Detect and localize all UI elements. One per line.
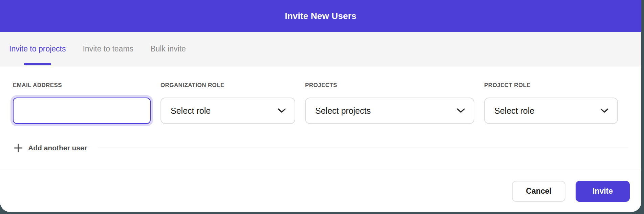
project-role-value: Select role	[494, 106, 534, 116]
organization-role-select[interactable]: Select role	[160, 98, 295, 124]
plus-icon	[14, 143, 23, 153]
tab-invite-to-projects[interactable]: Invite to projects	[9, 32, 66, 66]
email-address-label: EMAIL ADDRESS	[13, 82, 151, 89]
cancel-button[interactable]: Cancel	[512, 181, 565, 202]
invite-form: EMAIL ADDRESS ORGANIZATION ROLE Select r…	[0, 66, 641, 170]
tab-bar: Invite to projects Invite to teams Bulk …	[0, 32, 641, 66]
project-role-label: PROJECT ROLE	[484, 82, 618, 89]
tab-label: Bulk invite	[150, 44, 186, 53]
add-row-divider	[98, 148, 628, 148]
chevron-down-icon	[600, 108, 608, 113]
field-group-organization-role: ORGANIZATION ROLE Select role	[160, 82, 295, 124]
invite-new-users-modal: Invite New Users Invite to projects Invi…	[0, 0, 641, 212]
invite-button[interactable]: Invite	[576, 181, 630, 202]
modal-title: Invite New Users	[285, 11, 356, 21]
email-address-input[interactable]	[13, 98, 151, 124]
projects-label: PROJECTS	[305, 82, 474, 89]
tab-label: Invite to teams	[83, 44, 133, 53]
modal-header: Invite New Users	[0, 0, 641, 32]
tab-invite-to-teams[interactable]: Invite to teams	[83, 32, 133, 66]
fields-row: EMAIL ADDRESS ORGANIZATION ROLE Select r…	[13, 82, 641, 124]
add-another-user-label: Add another user	[28, 144, 87, 152]
field-group-projects: PROJECTS Select projects	[305, 82, 474, 124]
projects-value: Select projects	[315, 106, 371, 116]
projects-select[interactable]: Select projects	[305, 98, 474, 124]
active-tab-indicator	[24, 63, 51, 65]
field-group-email: EMAIL ADDRESS	[13, 82, 151, 124]
organization-role-value: Select role	[171, 106, 211, 116]
add-another-user-button[interactable]: Add another user	[14, 143, 87, 153]
chevron-down-icon	[278, 108, 286, 113]
modal-footer: Cancel Invite	[0, 170, 641, 212]
add-another-user-row: Add another user	[13, 143, 641, 153]
page-backdrop: Invite New Users Invite to projects Invi…	[0, 0, 644, 214]
field-group-project-role: PROJECT ROLE Select role	[484, 82, 618, 124]
tab-label: Invite to projects	[9, 44, 66, 53]
chevron-down-icon	[457, 108, 465, 113]
tab-bulk-invite[interactable]: Bulk invite	[150, 32, 186, 66]
project-role-select[interactable]: Select role	[484, 98, 618, 124]
organization-role-label: ORGANIZATION ROLE	[160, 82, 295, 89]
